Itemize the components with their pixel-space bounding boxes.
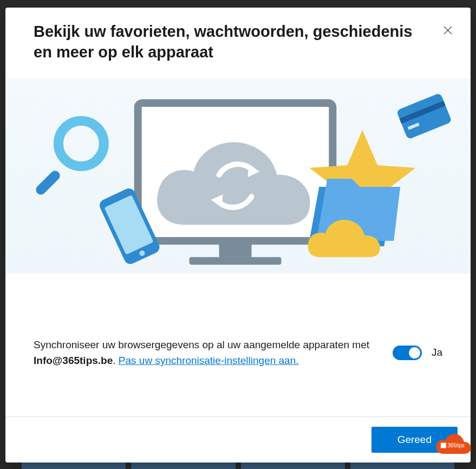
svg-rect-5 <box>219 241 252 257</box>
sync-content-row: Synchroniseer uw browsergegevens op al u… <box>5 273 471 416</box>
office-square-icon <box>441 442 446 448</box>
magnifier-icon <box>34 121 104 197</box>
sync-toggle-label: Ja <box>432 347 442 359</box>
dialog-header: Bekijk uw favorieten, wachtwoorden, gesc… <box>5 8 471 79</box>
svg-rect-6 <box>190 257 282 265</box>
close-icon <box>444 26 452 35</box>
sync-illustration <box>5 79 471 273</box>
svg-rect-9 <box>396 93 452 140</box>
dialog-footer: Gereed <box>5 416 471 463</box>
watermark-label: 365tips <box>447 442 465 448</box>
svg-point-2 <box>58 121 104 166</box>
credit-card-icon <box>396 93 452 140</box>
sync-toggle-group: Ja <box>393 346 442 360</box>
watermark-badge: 365tips <box>434 431 472 457</box>
watermark-badge-text: 365tips <box>441 442 465 448</box>
sync-dialog: Bekijk uw favorieten, wachtwoorden, gesc… <box>5 8 471 463</box>
sync-text-before: Synchroniseer uw browsergegevens op al u… <box>34 339 369 350</box>
sync-email: Info@365tips.be <box>34 355 113 366</box>
sync-toggle[interactable] <box>393 346 422 360</box>
sync-text-after: . <box>113 355 119 366</box>
monitor-icon <box>138 103 333 265</box>
sync-settings-link[interactable]: Pas uw synchronisatie-instellingen aan. <box>119 355 299 366</box>
illustration <box>5 79 471 273</box>
sync-description: Synchroniseer uw browsergegevens op al u… <box>34 337 376 369</box>
svg-rect-3 <box>34 169 62 197</box>
dialog-title: Bekijk uw favorieten, wachtwoorden, gesc… <box>34 22 442 62</box>
close-button[interactable] <box>440 23 455 38</box>
